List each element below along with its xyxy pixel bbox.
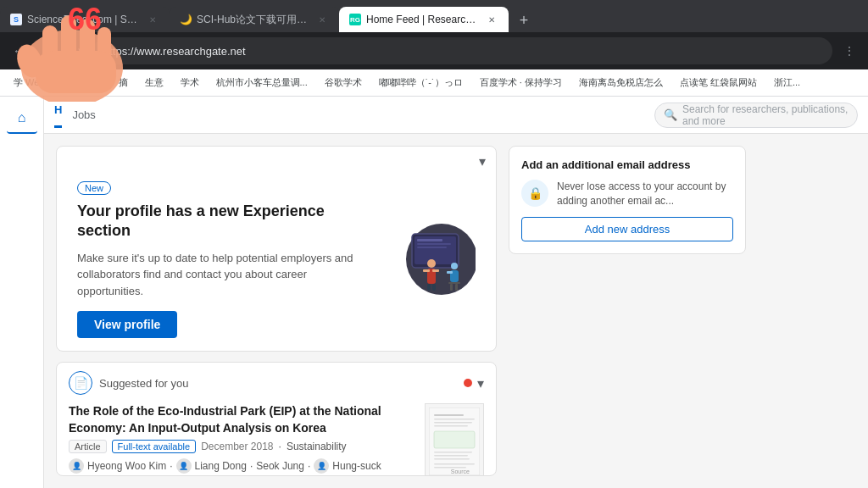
tab-close-sciencedirect[interactable]: ✕ (146, 13, 159, 26)
address-input[interactable]: https://www.researchgate.net (93, 37, 832, 64)
article-authors: 👤 Hyeong Woo Kim · 👤 Liang Dong · Seok J… (69, 458, 415, 474)
bookmark-diandubao[interactable]: 点读笔 红袋鼠网站 (673, 74, 764, 92)
author-name-1: Hyeong Woo Kim (87, 460, 166, 472)
email-card-body: 🔒 Never lose access to your account by a… (521, 180, 733, 208)
svg-rect-15 (423, 269, 430, 272)
address-bar-row: ← → ↻ https://www.researchgate.net ⋮ (0, 32, 868, 69)
center-feed: ▾ New Your profile has a new Experience … (56, 146, 497, 476)
card-title: Your profile has a new Experience sectio… (77, 202, 360, 241)
svg-rect-29 (434, 425, 468, 427)
nav-home[interactable]: H (54, 103, 62, 128)
svg-rect-11 (417, 243, 451, 245)
svg-rect-24 (455, 284, 458, 291)
svg-rect-31 (434, 452, 472, 453)
extensions-button[interactable]: ⋮ (837, 39, 861, 63)
author-sep-2: · (250, 460, 253, 472)
view-profile-button[interactable]: View profile (77, 311, 177, 338)
left-sidebar: ⌂ (0, 97, 44, 488)
email-address-card: Add an additional email address 🔒 Never … (509, 146, 746, 254)
svg-rect-27 (434, 419, 475, 420)
author-sep-1: · (170, 460, 172, 472)
tab-close-scihub[interactable]: ✕ (315, 13, 329, 26)
tab-bar: S ScienceDirect.com | Scien... ✕ 🌙 SCI-H… (0, 0, 868, 32)
tag-fulltext: Full-text available (112, 440, 197, 453)
svg-rect-33 (434, 458, 470, 460)
bookmark-google-scholar[interactable]: 谷歌学术 (318, 74, 369, 92)
tab-favicon-researchgate: RG (349, 14, 361, 25)
overlay-number: 66 (68, 2, 102, 37)
right-panel: Add an additional email address 🔒 Never … (509, 146, 746, 476)
svg-rect-22 (448, 282, 460, 284)
tab-title-researchgate: Home Feed | ResearchGate (366, 14, 480, 25)
bookmark-hangzhou[interactable]: 杭州市小客车总量调... (209, 74, 314, 92)
profile-experience-card: ▾ New Your profile has a new Experience … (56, 146, 497, 352)
tab-researchgate[interactable]: RG Home Feed | ResearchGate ✕ (339, 7, 509, 32)
bookmark-label: 点读笔 红袋鼠网站 (680, 76, 757, 89)
card-body: New Your profile has a new Experience se… (57, 169, 496, 352)
svg-rect-17 (427, 284, 431, 291)
tag-article: Article (69, 440, 107, 453)
bookmark-label: 百度学术 · 保持学习 (480, 76, 562, 89)
suggested-label: 📄 Suggested for you (69, 371, 189, 395)
forward-button[interactable]: → (36, 39, 59, 63)
bookmark-label: 生意 (145, 76, 164, 89)
card-text: New Your profile has a new Experience se… (77, 180, 360, 338)
search-placeholder: Search for researchers, publications, an… (682, 103, 849, 127)
bookmark-baidu-xueshu[interactable]: 百度学术 · 保持学习 (473, 74, 569, 92)
svg-point-19 (451, 263, 458, 269)
bookmark-label: 谷歌学术 (325, 76, 362, 89)
author-avatar-3: 👤 (314, 458, 329, 474)
new-tab-button[interactable]: + (512, 8, 536, 32)
notification-dot (464, 379, 472, 387)
bookmark-hainan[interactable]: 海南离岛免税店怎么 (572, 74, 670, 92)
author-name-3: Seok Jung (256, 460, 304, 472)
bookmark-shengyi[interactable]: 生意 (138, 74, 170, 92)
tab-close-researchgate[interactable]: ✕ (485, 13, 498, 26)
email-card-title: Add an additional email address (521, 158, 733, 171)
sidebar-home-icon[interactable]: ⌂ (7, 103, 37, 134)
browser-frame: S ScienceDirect.com | Scien... ✕ 🌙 SCI-H… (0, 0, 868, 488)
author-name-2: Liang Dong (195, 460, 247, 472)
bookmark-doudou[interactable]: 嘟嘟哔哔（˙-˙）っロ (372, 74, 470, 92)
nav-jobs[interactable]: Jobs (72, 108, 95, 121)
article-thumbnail: Source (425, 403, 484, 476)
suggested-article-card: 📄 Suggested for you ▾ The Role of the Ec… (56, 362, 497, 476)
tab-favicon-scihub: 🌙 (180, 14, 192, 25)
chevron-down-icon-2[interactable]: ▾ (477, 375, 484, 391)
svg-point-13 (427, 259, 436, 268)
bookmark-xuewei[interactable]: 学 We... (7, 74, 54, 92)
svg-rect-32 (434, 455, 468, 457)
svg-rect-30 (434, 431, 475, 448)
article-card-body: The Role of the Eco-Industrial Park (EIP… (57, 400, 496, 476)
search-bar[interactable]: 🔍 Search for researchers, publications, … (654, 103, 858, 128)
svg-rect-26 (434, 414, 464, 416)
article-journal: · (279, 441, 281, 452)
bookmark-zhejiang[interactable]: 浙江... (767, 74, 807, 92)
tab-scihub[interactable]: 🌙 SCI-Hub论文下载可用网址导... ✕ (170, 7, 339, 32)
search-icon: 🔍 (664, 108, 677, 121)
bookmark-label: 杭州市小客车总量调... (216, 76, 308, 89)
new-badge: New (77, 181, 111, 195)
article-tags: Article Full-text available December 201… (69, 440, 415, 453)
suggested-for-you-label: Suggested for you (99, 377, 189, 390)
bookmark-xueshu[interactable]: 学术 (174, 74, 206, 92)
bookmarks-bar: 学 We... WiFi传书 摘 生意 学术 杭州市小客车总量调... 谷歌学术… (0, 69, 868, 97)
svg-rect-23 (450, 284, 453, 291)
bookmark-wifi[interactable]: WiFi传书 (58, 74, 108, 92)
content-page: ⌂ H Jobs 🔍 Search for researchers, publi… (0, 97, 868, 488)
email-card-description: Never lose access to your account by add… (557, 180, 733, 208)
svg-rect-18 (432, 284, 436, 291)
bookmark-zhai[interactable]: 摘 (112, 74, 135, 92)
svg-rect-10 (417, 239, 442, 241)
add-new-address-button[interactable]: Add new address (521, 217, 733, 241)
lock-icon: 🔒 (521, 180, 548, 207)
rg-navigation: H Jobs 🔍 Search for researchers, publica… (44, 97, 868, 134)
back-button[interactable]: ← (7, 39, 31, 63)
address-url: https://www.researchgate.net (103, 45, 246, 58)
reload-button[interactable]: ↻ (64, 39, 88, 63)
bookmark-label: 学术 (181, 76, 199, 89)
card-illustration (374, 180, 476, 338)
bookmark-label: 摘 (119, 76, 128, 89)
author-sep-3: · (308, 460, 310, 472)
chevron-down-icon[interactable]: ▾ (479, 153, 486, 169)
